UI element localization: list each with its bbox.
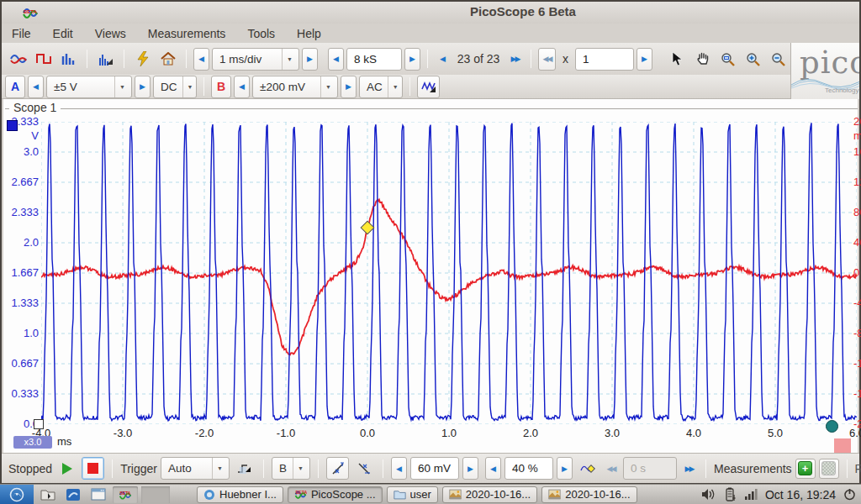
separator: [409, 77, 410, 96]
buffer-next-button[interactable]: ▶▶: [506, 48, 524, 71]
task-button-2[interactable]: user: [387, 486, 438, 503]
picoscope-window: BETA PicoScope 6 Beta FileEditViewsMeasu…: [0, 0, 861, 484]
lubuntu-logo-icon: [9, 487, 24, 502]
trigger-marker-icon[interactable]: [576, 457, 599, 480]
clock[interactable]: Oct 16, 19:24: [765, 488, 836, 501]
task-buttons: Huebner I...BETAPicoScope ...user2020-10…: [197, 486, 637, 503]
menu-item-help[interactable]: Help: [297, 27, 321, 40]
menu-bar: FileEditViewsMeasurementsToolsHelp: [2, 24, 859, 43]
zoom-in-icon[interactable]: [742, 48, 764, 71]
timebase-decrease-button[interactable]: ◀: [193, 48, 209, 71]
channel-a-axis-bottom-handle[interactable]: [34, 419, 44, 429]
zoom-factor-value: 1: [583, 53, 589, 66]
channel-a-range-decrease[interactable]: ◀: [28, 76, 44, 98]
menu-item-tools[interactable]: Tools: [247, 27, 275, 40]
volume-icon[interactable]: [701, 488, 716, 501]
terminal-launcher[interactable]: [87, 486, 109, 503]
scope-groupbox-line: [5, 108, 858, 109]
trigger-level-input[interactable]: 60 mV: [410, 457, 459, 480]
zoom-out-full-button[interactable]: ◀◀: [538, 48, 556, 71]
delay-increase[interactable]: ▶▶: [680, 457, 698, 480]
x-axis-zoom-badge[interactable]: x3.0: [13, 436, 52, 449]
timebase-increase-button[interactable]: ▶: [302, 48, 318, 71]
file-manager-launcher[interactable]: [37, 486, 59, 503]
stop-button[interactable]: [82, 457, 104, 480]
channel-a-axis-handle[interactable]: [7, 120, 18, 131]
menu-item-edit[interactable]: Edit: [53, 27, 73, 40]
start-button[interactable]: [55, 457, 78, 480]
trigger-mode-value: Auto: [168, 462, 192, 475]
separator: [531, 50, 531, 68]
taskbar: BETA Huebner I...BETAPicoScope ...user20…: [0, 484, 861, 504]
delay-decrease[interactable]: ◀◀: [602, 457, 620, 480]
pretrigger-decrease[interactable]: ◀: [485, 457, 501, 480]
samples-input[interactable]: 8 kS: [346, 48, 402, 71]
hand-tool-icon[interactable]: [691, 48, 714, 71]
x-axis-tick: 4.0: [677, 427, 710, 439]
svg-text:BETA: BETA: [120, 491, 131, 496]
trigger-mode-select[interactable]: Auto ▼: [161, 457, 230, 480]
monitor-icon: [66, 488, 81, 501]
channel-b-axis-handle[interactable]: [826, 420, 838, 433]
title-bar[interactable]: BETA PicoScope 6 Beta: [2, 2, 859, 24]
trigger-level-increase[interactable]: ▶: [462, 457, 478, 480]
scope-view-icon[interactable]: [7, 48, 29, 71]
buffer-previous-button[interactable]: ◀: [435, 48, 451, 71]
channel-a-range-increase[interactable]: ▶: [135, 76, 151, 98]
task-button-1[interactable]: BETAPicoScope ...: [288, 486, 383, 503]
menu-item-file[interactable]: File: [12, 27, 31, 40]
advanced-trigger-icon[interactable]: [233, 457, 256, 480]
auto-setup-icon[interactable]: [131, 48, 154, 71]
add-measurement-button[interactable]: +: [795, 459, 816, 479]
picoscope-launcher[interactable]: BETA: [113, 486, 138, 503]
task-button-0[interactable]: Huebner I...: [197, 486, 283, 503]
menu-item-measurements[interactable]: Measurements: [148, 27, 226, 40]
home-settings-icon[interactable]: [156, 48, 179, 71]
channel-b-range-decrease[interactable]: ◀: [234, 76, 250, 98]
channel-a-coupling-select[interactable]: DC ▼: [153, 76, 197, 98]
waveform-plot[interactable]: [41, 122, 857, 424]
channel-b-range-select[interactable]: ±200 mV ▼: [252, 76, 338, 98]
trigger-source-select[interactable]: B ▼: [272, 457, 310, 480]
start-menu-button[interactable]: [0, 485, 34, 504]
left-axis-tick: 2.333: [3, 207, 39, 218]
network-signal-icon[interactable]: [745, 489, 758, 500]
channel-b-button[interactable]: B: [211, 76, 231, 98]
pointer-tool-icon[interactable]: [666, 48, 689, 71]
timebase-select[interactable]: 1 ms/div ▼: [212, 48, 299, 71]
menu-item-views[interactable]: Views: [95, 27, 126, 40]
zoom-increase-button[interactable]: ▶: [637, 48, 652, 71]
channel-b-range-increase[interactable]: ▶: [341, 76, 357, 98]
signal-generator-icon[interactable]: [417, 76, 440, 98]
pretrigger-increase[interactable]: ▶: [557, 457, 573, 480]
left-axis-tick: 0.667: [3, 358, 39, 370]
zoom-out-icon[interactable]: [767, 48, 790, 71]
right-axis-tick: 120: [853, 176, 861, 188]
falling-edge-icon[interactable]: [352, 457, 375, 480]
samples-decrease-button[interactable]: ◀: [328, 48, 344, 71]
persistence-mode-icon[interactable]: [94, 48, 117, 71]
pretrigger-input[interactable]: 40 %: [504, 457, 553, 480]
channel-b-coupling-select[interactable]: AC ▼: [359, 76, 403, 98]
zoom-factor-input[interactable]: 1: [575, 48, 634, 71]
battery-icon[interactable]: [724, 487, 737, 501]
left-axis-unit: V: [3, 130, 39, 142]
task-button-3[interactable]: 2020-10-16...: [442, 486, 537, 503]
rising-edge-icon[interactable]: [326, 457, 349, 480]
left-axis-tick: 2.667: [3, 176, 39, 188]
svg-text:BETA: BETA: [24, 9, 38, 14]
channel-a-range-select[interactable]: ±5 V ▼: [46, 76, 132, 98]
task-button-4[interactable]: 2020-10-16...: [541, 486, 637, 503]
spectrum-view-icon[interactable]: [57, 48, 80, 71]
globe-icon: [203, 489, 215, 501]
trigger-marker[interactable]: [361, 221, 374, 234]
xy-view-icon[interactable]: [32, 48, 55, 71]
desktop-launcher[interactable]: [62, 486, 84, 503]
channel-a-button[interactable]: A: [5, 76, 25, 98]
x-axis-tick: 6.0: [840, 427, 861, 439]
right-axis-tick: 0: [853, 267, 861, 279]
marquee-zoom-icon[interactable]: [716, 48, 739, 71]
power-icon[interactable]: [843, 488, 856, 501]
samples-increase-button[interactable]: ▶: [404, 48, 420, 71]
trigger-level-decrease[interactable]: ◀: [391, 457, 407, 480]
